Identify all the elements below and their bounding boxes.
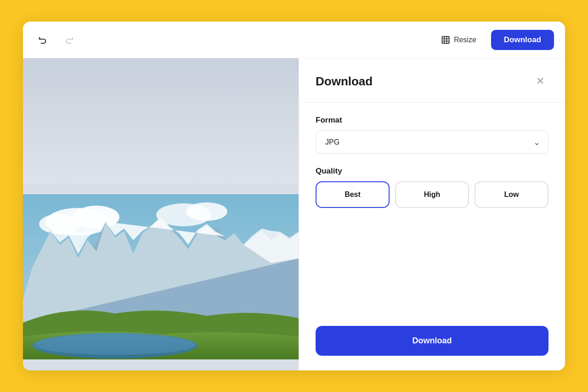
format-select[interactable]: JPG PNG WEBP SVG [316, 130, 548, 154]
download-button-top[interactable]: Download [491, 30, 554, 50]
toolbar-right: Resize Download [432, 30, 554, 50]
svg-point-15 [34, 335, 195, 355]
quality-high-button[interactable]: High [395, 181, 469, 208]
quality-label: Quality [316, 167, 548, 176]
app-container: Resize Download [23, 22, 565, 370]
undo-button[interactable] [34, 31, 52, 49]
divider [299, 102, 565, 103]
toolbar-left [34, 31, 78, 49]
image-area [23, 58, 299, 370]
mountain-scene [23, 183, 299, 370]
quality-low-button[interactable]: Low [475, 181, 548, 208]
landscape-svg [23, 183, 299, 370]
download-button-main[interactable]: Download [316, 326, 548, 356]
quality-best-button[interactable]: Best [316, 181, 390, 208]
svg-point-8 [186, 202, 227, 221]
quality-buttons: Best High Low [316, 181, 548, 208]
close-button[interactable]: ✕ [532, 73, 548, 90]
svg-point-6 [39, 214, 80, 234]
panel-header: Download ✕ [316, 73, 548, 90]
redo-button[interactable] [60, 31, 78, 49]
toolbar: Resize Download [23, 22, 565, 58]
resize-label: Resize [454, 36, 476, 44]
download-panel: Download ✕ Format JPG PNG WEBP SVG ⌄ [299, 58, 565, 370]
resize-button[interactable]: Resize [432, 31, 486, 49]
panel-title: Download [316, 74, 373, 89]
image-sky [23, 58, 299, 183]
resize-icon [441, 35, 450, 45]
close-icon: ✕ [536, 75, 544, 87]
format-dropdown-wrapper: JPG PNG WEBP SVG ⌄ [316, 130, 548, 154]
quality-section: Quality Best High Low [316, 167, 548, 208]
format-label: Format [316, 116, 548, 125]
content-area: Download ✕ Format JPG PNG WEBP SVG ⌄ [23, 58, 565, 370]
format-section: Format JPG PNG WEBP SVG ⌄ [316, 116, 548, 154]
svg-rect-0 [442, 36, 449, 43]
